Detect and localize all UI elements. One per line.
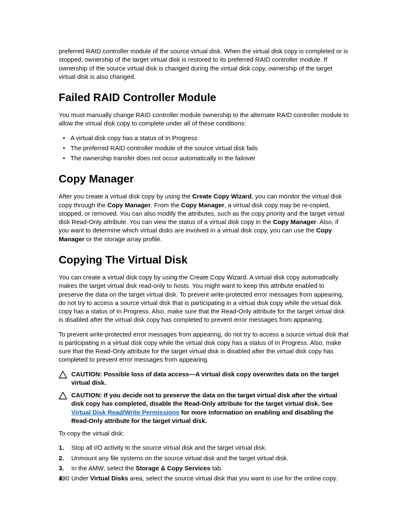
text-span: Unmount any file systems on the source v… [71,454,288,462]
section1-bullet-list: A virtual disk copy has a status of In P… [59,134,350,163]
document-page: preferred RAID controller module of the … [0,0,400,532]
heading-failed-raid: Failed RAID Controller Module [59,90,350,105]
text-span: . From the [151,201,181,209]
caution-block: CAUTION: If you decide not to preserve t… [59,391,350,425]
step-item: Under Virtual Disks area, select the sou… [59,474,350,482]
page-number: 190 [59,474,69,482]
step-item: Stop all I/O activity to the source virt… [59,443,350,452]
caution-block: CAUTION: Possible loss of data access—A … [59,370,350,387]
text-span: area, select the source virtual disk tha… [128,475,338,482]
heading-copying-vd: Copying The Virtual Disk [59,253,350,267]
text-span: or the storage array profile. [85,235,162,243]
step-item: Unmount any file systems on the source v… [59,454,350,462]
section2-paragraph: After you create a virtual disk copy by … [59,192,350,243]
steps-list: Stop all I/O activity to the source virt… [59,443,350,482]
heading-copy-manager: Copy Manager [59,172,350,186]
list-item: The ownership transfer does not occur au… [59,154,350,162]
text-span: CAUTION: If you decide not to preserve t… [71,391,337,407]
list-item: A virtual disk copy has a status of In P… [59,134,350,142]
caution-icon [59,371,67,378]
text-span: Stop all I/O activity to the source virt… [71,444,267,451]
text-span: After you create a virtual disk copy by … [59,193,192,200]
bold-span: Copy Manager [107,201,151,209]
svg-marker-0 [59,371,67,378]
text-span: tab. [210,464,223,472]
bold-span: Copy Manager [181,201,224,209]
bold-span: Create Copy Wizard [192,193,252,200]
bold-span: Copy Manager [273,218,316,225]
caution-text: CAUTION: If you decide not to preserve t… [71,391,350,425]
list-item: The preferred RAID controller module of … [59,144,350,152]
step-item: In the AMW, select the Storage & Copy Se… [59,464,350,472]
section3-paragraph1: You can create a virtual disk copy by us… [59,273,350,324]
text-span: Under [71,475,90,482]
intro-paragraph: preferred RAID controller module of the … [59,47,350,81]
caution-icon [59,392,67,399]
text-span: In the AMW, select the [71,464,135,472]
section1-paragraph: You must manually change RAID controller… [59,111,350,128]
section3-paragraph3: To copy the virtual disk: [59,429,350,438]
bold-span: Virtual Disks [90,475,128,482]
section3-paragraph2: To prevent write-protected error message… [59,330,350,364]
caution-text: CAUTION: Possible loss of data access—A … [71,370,350,387]
bold-span: Storage & Copy Services [135,464,210,472]
link-vd-rw-permissions[interactable]: Virtual Disk Read/Write Permissions [71,409,179,416]
svg-marker-1 [59,392,67,399]
